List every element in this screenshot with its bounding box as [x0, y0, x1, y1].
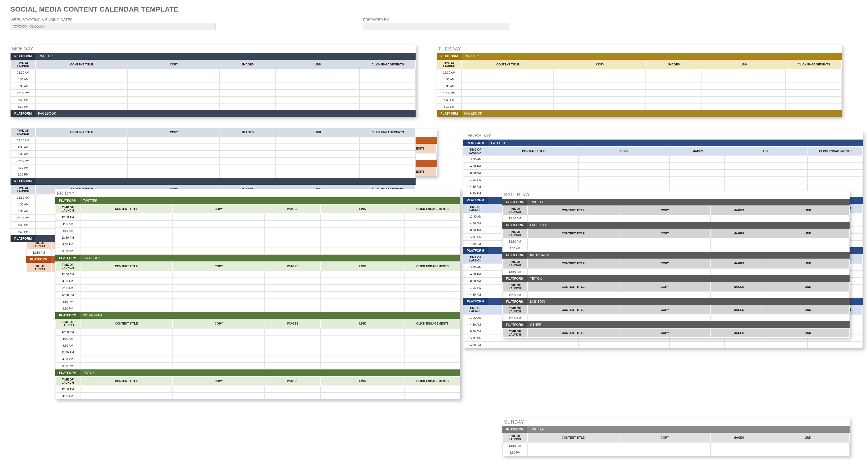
platform-row: PLATFORM FACEBOOK	[55, 255, 460, 262]
day-card-fri: FRIDAY PLATFORM TWITTER TIME OF LAUNCH C…	[55, 189, 460, 399]
platform-row: PLATFORM LINKEDIN	[502, 298, 849, 305]
day-card-sat: SATURDAY PLATFORM TWITTER TIME OF LAUNCH…	[502, 191, 849, 338]
data-row: 12:30 AM	[502, 215, 849, 222]
data-row: 4:30 PM	[10, 164, 415, 171]
data-row: 4:30 PM	[463, 183, 863, 190]
prepared-input[interactable]	[363, 23, 510, 30]
data-row: 12:30 AM	[502, 292, 849, 298]
data-row: 12:30 AM	[502, 442, 849, 449]
data-row: 12:30 PM	[10, 158, 415, 164]
data-row: 4:30 PM	[463, 342, 863, 348]
data-row: 8:30 AM	[55, 227, 460, 234]
data-row: 4:30 AM	[437, 76, 842, 83]
data-row: 4:30 PM	[55, 241, 460, 248]
day-title: FRIDAY	[55, 189, 460, 197]
prepared-label: PREPARED BY	[363, 18, 510, 22]
day-card-sun: SUNDAY PLATFORM TWITTER TIME OF LAUNCH C…	[502, 418, 849, 456]
day-card-tue: TUESDAY PLATFORM TWITTER TIME OF LAUNCH …	[437, 45, 842, 117]
meta-row: WEEK STARTING & ENDING DATES PREPARED BY	[0, 15, 868, 30]
dates-input[interactable]	[10, 23, 216, 30]
day-title: THURSDAY	[463, 131, 863, 139]
platform-row: PLATFORM TWITTER	[502, 426, 849, 433]
data-row: 8:30 AM	[55, 342, 460, 349]
data-row: 12:30 AM	[502, 268, 849, 275]
data-row: 12:30 AM	[502, 314, 849, 322]
data-row: 4:30 AM	[463, 163, 863, 169]
data-row: 4:30 AM	[55, 393, 460, 399]
data-row: 4:30 PM	[55, 298, 460, 305]
data-row: 12:30 PM	[463, 176, 863, 183]
data-row: 8:30 AM	[463, 169, 863, 176]
platform-row: PLATFORM TIKTOK	[502, 275, 849, 282]
platform-row: PLATFORM FACEBOOK	[10, 110, 415, 117]
data-row: 12:30 AM	[55, 386, 460, 393]
data-row: 12:30 PM	[10, 90, 415, 96]
data-row: 12:30 AM	[437, 69, 842, 76]
data-row: 8:30 PM	[502, 449, 849, 456]
data-row: 8:30 PM	[55, 305, 460, 312]
data-row: 4:30 AM	[10, 144, 415, 150]
data-row: 4:30 AM	[55, 278, 460, 284]
data-row: 8:30 PM	[10, 171, 415, 178]
platform-row: PLATFORM TWITTER	[55, 197, 460, 204]
platform-row: PLATFORM INSTAGRAM	[55, 312, 460, 319]
day-card-mon: MONDAY PLATFORM TWITTER TIME OF LAUNCH C…	[10, 45, 415, 117]
data-row: 12:30 PM	[55, 234, 460, 241]
data-row: 12:30 AM	[502, 238, 849, 245]
data-row: 12:30 AM	[55, 214, 460, 221]
data-row: 8:30 AM	[10, 150, 415, 158]
data-row: 8:30 AM	[437, 83, 842, 90]
data-row: 8:30 PM	[10, 103, 415, 110]
data-row: 4:30 PM	[10, 96, 415, 103]
data-row: 8:30 PM	[437, 103, 842, 110]
day-title: SATURDAY	[502, 191, 849, 199]
data-row: 8:30 AM	[55, 284, 460, 292]
data-row: 12:30 AM	[55, 271, 460, 278]
platform-row: PLATFORM INSTAGRAM	[502, 252, 849, 259]
data-row: 12:30 PM	[437, 90, 842, 96]
platform-row: PLATFORM TWITTER	[502, 199, 849, 205]
platform-row: PLATFORM	[10, 178, 415, 185]
platform-row: PLATFORM OTHER	[502, 322, 849, 328]
platform-row: PLATFORM FACEBOOK	[502, 222, 849, 229]
data-row: 4:30 PM	[437, 96, 842, 103]
data-row: 12:30 AM	[55, 329, 460, 335]
data-row: 12:30 PM	[55, 292, 460, 298]
data-row: 12:30 AM	[10, 137, 415, 144]
data-row: 8:30 PM	[55, 363, 460, 369]
data-row: 4:30 PM	[55, 356, 460, 363]
day-title: SUNDAY	[502, 418, 849, 426]
day-title: TUESDAY	[437, 45, 842, 53]
data-row: 12:30 AM	[463, 156, 863, 163]
day-title: MONDAY	[10, 45, 415, 53]
data-row: 12:30 AM	[10, 69, 415, 76]
platform-row: PLATFORM TWITTER	[463, 139, 863, 146]
data-row: 12:30 PM	[55, 349, 460, 356]
data-row: 4:30 AM	[55, 335, 460, 342]
page-title: SOCIAL MEDIA CONTENT CALENDAR TEMPLATE	[0, 0, 868, 15]
data-row: 4:30 AM	[10, 76, 415, 83]
data-row: 4:30 AM	[502, 245, 849, 252]
platform-row: PLATFORM TWITTER	[10, 53, 415, 60]
data-row: 8:30 PM	[55, 248, 460, 255]
platform-row: PLATFORM FACEBOOK	[437, 110, 842, 117]
platform-row: PLATFORM TWITTER	[437, 53, 842, 60]
data-row: 4:30 AM	[55, 221, 460, 227]
dates-label: WEEK STARTING & ENDING DATES	[10, 18, 216, 22]
platform-row: PLATFORM TIKTOK	[55, 369, 460, 376]
data-row: 8:30 AM	[10, 83, 415, 90]
